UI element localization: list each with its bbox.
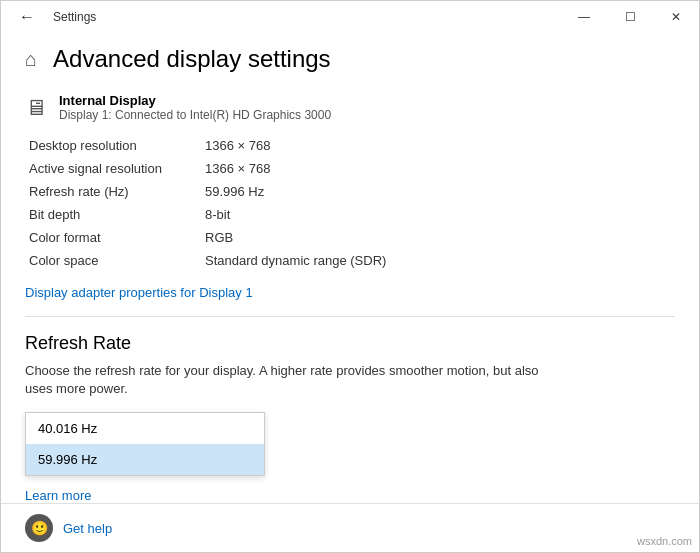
maximize-button[interactable]: ☐ <box>607 1 653 33</box>
back-button[interactable]: ← <box>9 0 45 35</box>
refresh-rate-description: Choose the refresh rate for your display… <box>25 362 545 398</box>
spec-value: 1366 × 768 <box>205 134 675 157</box>
table-row: Refresh rate (Hz)59.996 Hz <box>25 180 675 203</box>
refresh-rate-dropdown[interactable]: 40.016 Hz59.996 Hz <box>25 412 265 476</box>
spec-label: Active signal resolution <box>25 157 205 180</box>
spec-value: 59.996 Hz <box>205 180 675 203</box>
table-row: Color spaceStandard dynamic range (SDR) <box>25 249 675 272</box>
list-item[interactable]: 59.996 Hz <box>26 444 264 475</box>
page-title: Advanced display settings <box>53 45 331 73</box>
spec-value: 1366 × 768 <box>205 157 675 180</box>
display-header: 🖥 Internal Display Display 1: Connected … <box>25 93 675 122</box>
spec-label: Desktop resolution <box>25 134 205 157</box>
title-bar: ← Settings — ☐ ✕ <box>1 1 699 33</box>
spec-label: Refresh rate (Hz) <box>25 180 205 203</box>
help-icon: 🙂 <box>25 514 53 542</box>
main-content: ⌂ Advanced display settings 🖥 Internal D… <box>1 33 699 503</box>
minimize-button[interactable]: — <box>561 1 607 33</box>
display-name: Internal Display <box>59 93 331 108</box>
page-header: ⌂ Advanced display settings <box>25 45 675 73</box>
spec-label: Color format <box>25 226 205 249</box>
table-row: Color formatRGB <box>25 226 675 249</box>
refresh-rate-title: Refresh Rate <box>25 333 675 354</box>
window-title: Settings <box>53 10 96 24</box>
specs-table: Desktop resolution1366 × 768Active signa… <box>25 134 675 272</box>
help-icon-symbol: 🙂 <box>31 520 48 536</box>
title-bar-left: ← Settings <box>9 0 96 35</box>
section-divider <box>25 316 675 317</box>
adapter-properties-link[interactable]: Display adapter properties for Display 1 <box>25 285 253 300</box>
display-info: Internal Display Display 1: Connected to… <box>59 93 331 122</box>
close-button[interactable]: ✕ <box>653 1 699 33</box>
table-row: Bit depth8-bit <box>25 203 675 226</box>
display-section: 🖥 Internal Display Display 1: Connected … <box>25 93 675 300</box>
table-row: Desktop resolution1366 × 768 <box>25 134 675 157</box>
table-row: Active signal resolution1366 × 768 <box>25 157 675 180</box>
home-icon: ⌂ <box>25 48 37 71</box>
window-controls: — ☐ ✕ <box>561 1 699 33</box>
get-help-link[interactable]: Get help <box>63 521 112 536</box>
settings-window: ← Settings — ☐ ✕ ⌂ Advanced display sett… <box>0 0 700 553</box>
list-item[interactable]: 40.016 Hz <box>26 413 264 444</box>
spec-value: Standard dynamic range (SDR) <box>205 249 675 272</box>
monitor-icon: 🖥 <box>25 95 47 121</box>
spec-label: Color space <box>25 249 205 272</box>
spec-value: 8-bit <box>205 203 675 226</box>
watermark: wsxdn.com <box>637 535 692 547</box>
refresh-rate-section: Refresh Rate Choose the refresh rate for… <box>25 333 675 503</box>
learn-more-link[interactable]: Learn more <box>25 488 675 503</box>
bottom-bar: 🙂 Get help <box>1 503 699 552</box>
spec-value: RGB <box>205 226 675 249</box>
spec-label: Bit depth <box>25 203 205 226</box>
display-subtitle: Display 1: Connected to Intel(R) HD Grap… <box>59 108 331 122</box>
back-icon: ← <box>19 8 35 26</box>
